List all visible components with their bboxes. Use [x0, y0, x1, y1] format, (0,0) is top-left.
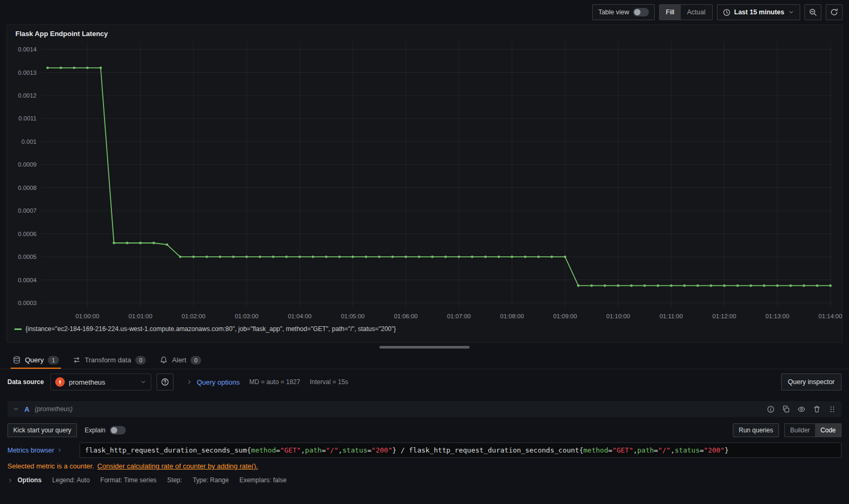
fill-button[interactable]: Fill	[660, 5, 681, 20]
svg-text:01:06:00: 01:06:00	[394, 313, 418, 319]
svg-text:0.0011: 0.0011	[19, 115, 37, 121]
actual-button[interactable]: Actual	[681, 5, 712, 20]
info-circle-icon	[767, 405, 775, 413]
explain-toggle[interactable]	[110, 426, 126, 435]
refresh-icon	[830, 8, 838, 16]
tab-query-count: 1	[48, 356, 58, 364]
svg-text:01:14:00: 01:14:00	[819, 313, 843, 319]
promql-expression[interactable]: flask_http_request_duration_seconds_sum{…	[80, 442, 842, 458]
trash-icon	[813, 405, 821, 413]
svg-text:0.0006: 0.0006	[18, 231, 37, 237]
options-format: Format: Time series	[100, 476, 157, 484]
builder-mode-button[interactable]: Builder	[785, 424, 815, 437]
tab-transform[interactable]: Transform data 0	[67, 351, 152, 369]
tab-transform-label: Transform data	[85, 356, 132, 364]
svg-text:01:05:00: 01:05:00	[341, 313, 365, 319]
editor-toolbar-right: Run queries Builder Code	[733, 423, 842, 437]
editor-tabs: Query 1 Transform data 0 Alert 0	[0, 351, 849, 369]
chevron-right-icon	[7, 477, 13, 483]
svg-text:01:00:00: 01:00:00	[75, 313, 99, 319]
datasource-name: prometheus	[69, 378, 136, 386]
duplicate-query-button[interactable]	[782, 405, 790, 413]
tab-alert[interactable]: Alert 0	[154, 351, 206, 369]
refresh-button[interactable]	[826, 4, 843, 20]
editor-toolbar: Kick start your query Explain Run querie…	[7, 423, 842, 437]
run-queries-button[interactable]: Run queries	[733, 423, 779, 437]
tab-query-label: Query	[25, 356, 44, 364]
chevron-right-icon	[186, 379, 193, 385]
options-legend: Legend: Auto	[52, 476, 90, 484]
svg-text:01:01:00: 01:01:00	[128, 313, 152, 319]
kickstart-query-button[interactable]: Kick start your query	[7, 423, 77, 437]
latency-chart[interactable]: 01:00:0001:01:0001:02:0001:03:0001:04:00…	[12, 39, 837, 324]
svg-text:0.0008: 0.0008	[18, 185, 37, 191]
svg-text:01:04:00: 01:04:00	[288, 313, 311, 319]
query-section: A (prometheus) Kick start your query Exp…	[7, 401, 842, 484]
panel-title: Flask App Endpoint Latency	[7, 25, 842, 39]
metrics-browser-button[interactable]: Metrics browser	[7, 447, 80, 454]
max-datapoints-summary: MD = auto = 1827	[249, 378, 300, 386]
builder-code-group: Builder Code	[784, 423, 842, 437]
legend-series-swatch	[14, 328, 22, 330]
drag-query-handle[interactable]	[828, 405, 836, 413]
query-options-row: Options Legend: Auto Format: Time series…	[7, 476, 842, 484]
svg-text:0.001: 0.001	[21, 138, 37, 145]
table-view-group: Table view	[592, 4, 654, 20]
query-field-row: Metrics browser flask_http_request_durat…	[7, 442, 842, 458]
prometheus-logo-icon	[55, 377, 65, 387]
tab-alert-label: Alert	[172, 356, 186, 364]
svg-text:01:07:00: 01:07:00	[447, 313, 471, 319]
svg-text:01:03:00: 01:03:00	[235, 313, 258, 319]
datasource-label: Data source	[7, 378, 44, 386]
zoom-out-button[interactable]	[804, 4, 821, 20]
time-range-picker[interactable]: Last 15 minutes	[717, 4, 800, 20]
question-circle-icon	[161, 378, 169, 386]
interval-summary: Interval = 15s	[310, 378, 348, 386]
transform-icon	[73, 356, 81, 364]
table-view-toggle[interactable]	[633, 8, 649, 16]
disable-query-button[interactable]	[798, 405, 805, 413]
remove-query-button[interactable]	[813, 405, 821, 413]
svg-text:01:11:00: 01:11:00	[660, 313, 683, 319]
legend-series-label: {instance="ec2-184-169-216-224.us-west-1…	[25, 325, 396, 333]
time-range-label: Last 15 minutes	[734, 8, 784, 16]
splitter-handle[interactable]	[379, 346, 470, 349]
toggle-knob	[634, 9, 640, 15]
tab-query[interactable]: Query 1	[7, 351, 64, 369]
metrics-browser-label: Metrics browser	[7, 447, 54, 454]
database-icon	[13, 356, 21, 364]
svg-text:0.0007: 0.0007	[18, 207, 37, 214]
datasource-help-button[interactable]	[157, 373, 174, 390]
copy-icon	[782, 405, 790, 413]
query-help-button[interactable]	[767, 405, 775, 413]
query-options-toggle[interactable]: Query options	[186, 378, 240, 386]
chevron-down-icon	[140, 379, 146, 385]
svg-text:0.0009: 0.0009	[18, 161, 37, 168]
chevron-down-icon	[788, 9, 794, 15]
svg-text:01:13:00: 01:13:00	[766, 313, 790, 319]
topbar: Table view Fill Actual Last 15 minutes	[0, 0, 849, 24]
svg-text:01:12:00: 01:12:00	[713, 313, 737, 319]
fill-actual-group: Fill Actual	[659, 4, 713, 20]
svg-text:01:02:00: 01:02:00	[181, 313, 205, 319]
query-options-label: Query options	[197, 378, 240, 386]
query-datasource-hint: (prometheus)	[34, 405, 72, 413]
zoom-out-icon	[809, 8, 817, 16]
datasource-picker[interactable]: prometheus	[50, 373, 151, 390]
options-toggle[interactable]: Options	[7, 476, 41, 484]
query-row-actions	[767, 405, 836, 413]
query-row-header[interactable]: A (prometheus)	[7, 401, 842, 417]
svg-text:0.0003: 0.0003	[18, 300, 37, 306]
panel-splitter	[0, 343, 849, 351]
legend-item[interactable]: {instance="ec2-184-169-216-224.us-west-1…	[7, 324, 842, 333]
svg-text:0.0004: 0.0004	[18, 277, 37, 283]
chevron-right-icon	[57, 447, 63, 453]
add-rate-hint-link[interactable]: Consider calculating rate of counter by …	[97, 462, 258, 470]
code-mode-button[interactable]: Code	[815, 424, 841, 437]
datasource-row: Data source prometheus Query options MD …	[0, 369, 849, 395]
table-view-label: Table view	[598, 8, 629, 16]
svg-text:01:10:00: 01:10:00	[607, 313, 630, 319]
svg-text:0.0005: 0.0005	[18, 254, 37, 260]
svg-text:0.0013: 0.0013	[18, 69, 37, 76]
query-inspector-button[interactable]: Query inspector	[781, 373, 842, 390]
